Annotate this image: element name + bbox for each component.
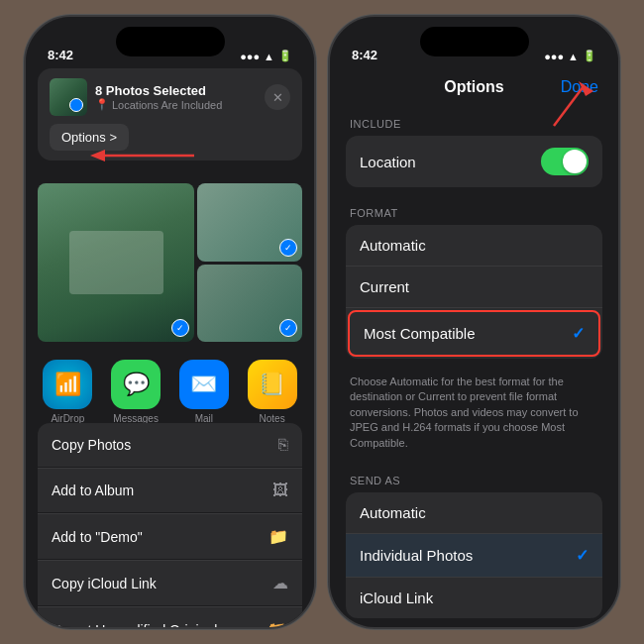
thumbnail-preview [50,78,87,116]
photo-check-1: ✓ [279,239,297,257]
photo-small-2: ✓ [197,265,302,343]
app-airdrop[interactable]: 📶 AirDrop [34,352,102,432]
list-item-copy-photos[interactable]: Copy Photos ⎘ [38,423,302,467]
location-row[interactable]: Location [346,136,602,187]
options-header: Options Done [330,68,618,106]
mail-icon: ✉️ [179,360,229,409]
messages-icon: 💬 [111,360,161,409]
status-icons-right: ●●● ▲ 🔋 [544,50,596,62]
notes-icon: 📒 [248,360,297,409]
app-row: 📶 AirDrop 💬 Messages ✉️ Mail 📒 Notes [26,352,314,432]
include-section-label: INCLUDE [346,106,602,136]
battery-icon-right: 🔋 [583,50,596,62]
format-group: Automatic Current Most Compatible ✓ [346,225,602,359]
app-mail[interactable]: ✉️ Mail [170,352,239,432]
left-phone: 8:42 ●●● ▲ 🔋 8 Photos Selected 📍 Locatio… [24,15,316,629]
app-messages[interactable]: 💬 Messages [102,352,170,432]
send-individual[interactable]: Individual Photos ✓ [346,534,602,578]
photo-small-1: ✓ [197,183,302,262]
send-as-section-label: SEND AS [346,463,602,492]
signal-icon-right: ●●● [544,51,564,62]
time-left: 8:42 [48,48,73,62]
send-automatic[interactable]: Automatic [346,492,602,534]
status-icons-left: ●●● ▲ 🔋 [240,50,292,62]
right-phone: 8:42 ●●● ▲ 🔋 Options Done INCLUDE Locati… [328,15,620,629]
share-title: 8 Photos Selected [95,83,222,98]
battery-icon: 🔋 [278,50,292,62]
add-demo-icon: 📁 [268,527,288,546]
list-item-add-demo[interactable]: Add to "Demo" 📁 [38,513,302,559]
list-item-export[interactable]: Export Unmodified Originals 📂 [38,606,302,629]
send-as-description: When sending with Messages only, Automat… [346,626,602,627]
copy-photos-icon: ⎘ [278,436,288,454]
format-automatic[interactable]: Automatic [346,225,602,267]
photo-main: ✓ [38,183,194,342]
options-content: INCLUDE Location FORMAT Automatic Curren… [330,106,618,627]
send-icloud-link[interactable]: iCloud Link [346,578,602,618]
format-description: Choose Automatic for the best format for… [346,367,602,463]
photo-check-2: ✓ [279,319,297,337]
wifi-icon-right: ▲ [568,51,579,62]
done-button[interactable]: Done [561,78,598,96]
wifi-icon: ▲ [264,51,274,62]
options-title: Options [444,78,503,96]
icloud-icon: ☁ [272,574,288,592]
dynamic-island-right [420,27,529,56]
share-header: 8 Photos Selected 📍 Locations Are Includ… [38,68,302,161]
list-item-icloud-link[interactable]: Copy iCloud Link ☁ [38,560,302,605]
photo-side: ✓ ✓ [197,183,302,342]
photo-check-main: ✓ [171,319,189,337]
most-compatible-check: ✓ [572,324,585,343]
options-button[interactable]: Options > [50,124,129,151]
format-most-compatible[interactable]: Most Compatible ✓ [348,310,600,357]
send-as-group: Automatic Individual Photos ✓ iCloud Lin… [346,492,602,618]
location-toggle[interactable] [541,148,589,175]
add-album-icon: 🖼 [272,482,288,499]
close-button[interactable]: ✕ [265,84,290,110]
app-notes[interactable]: 📒 Notes [238,352,306,432]
airdrop-icon: 📶 [43,360,92,409]
location-icon: 📍 [95,98,109,111]
share-list: Copy Photos ⎘ Add to Album 🖼 Add to "Dem… [38,423,302,629]
share-subtitle: 📍 Locations Are Included [95,98,222,111]
export-icon: 📂 [268,620,288,629]
dynamic-island-left [116,27,225,56]
photos-grid: ✓ ✓ ✓ [38,183,302,342]
include-group: Location [346,136,602,187]
individual-check: ✓ [576,546,589,565]
signal-icon: ●●● [240,51,260,62]
format-current[interactable]: Current [346,267,602,308]
time-right: 8:42 [352,48,377,62]
list-item-add-album[interactable]: Add to Album 🖼 [38,468,302,512]
format-section-label: FORMAT [346,195,602,225]
